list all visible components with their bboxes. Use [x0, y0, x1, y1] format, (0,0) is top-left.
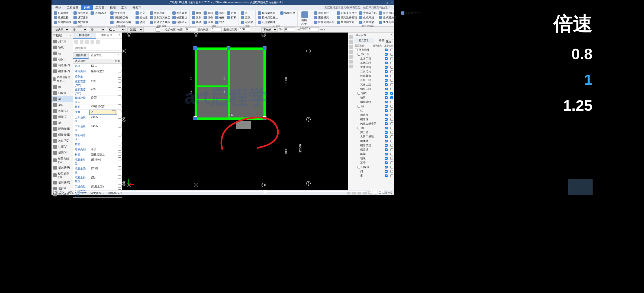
nav-item[interactable]: 砌体柱(Z)	[51, 68, 73, 74]
menu-tool[interactable]: 工具	[118, 5, 130, 10]
member-panel-close-icon[interactable]: ×	[118, 33, 122, 39]
offset-input[interactable]	[239, 27, 250, 32]
property-row[interactable]: 混凝土外加剂(无)	[73, 175, 122, 184]
drawing-canvas[interactable]: 12 13 14 12 13 14 D C B D C B	[122, 33, 348, 190]
ribbon-item[interactable]: CAD识别选项	[110, 20, 131, 24]
menu-model[interactable]: 建模	[81, 5, 93, 10]
handle-br[interactable]	[263, 116, 266, 120]
beam-mid[interactable]	[228, 47, 230, 119]
display-tree-row[interactable]: 外墙工程	[354, 78, 394, 82]
nav-item[interactable]: 现浇板(B)	[51, 126, 73, 132]
nav-item[interactable]: 连梁(G)	[51, 108, 73, 114]
ribbon-item[interactable]: 识别梁	[240, 20, 254, 24]
display-tree-row[interactable]: 柱	[354, 109, 394, 113]
copy-member-icon[interactable]	[80, 40, 83, 44]
length-input[interactable]	[185, 27, 196, 32]
ribbon-item[interactable]: 生成吊筋	[359, 15, 377, 20]
nav-item[interactable]: 约束边缘非阴影...	[51, 74, 73, 84]
ribbon-item[interactable]: 拾取构件	[53, 11, 72, 15]
nav-item[interactable]: 柱	[51, 50, 73, 56]
property-row[interactable]: 上部通长筋2Φ25	[73, 115, 122, 124]
display-tree-row[interactable]: 土方工程	[354, 56, 394, 61]
nav-item[interactable]: 板加腋(B)	[51, 180, 73, 186]
property-row[interactable]: 混凝土强度...(C30)	[73, 166, 122, 175]
display-tree-row[interactable]: 砌体柱	[354, 117, 394, 122]
ribbon-item[interactable]: 偏移	[215, 15, 225, 20]
ribbon-item[interactable]: 云检查	[135, 15, 148, 20]
ribbon-item[interactable]: 批量选择	[53, 15, 72, 20]
prop-close-icon[interactable]: ×	[115, 53, 122, 59]
nav-close-icon[interactable]: ×	[70, 33, 71, 37]
picture-in-picture[interactable]	[568, 179, 593, 195]
display-tree-row[interactable]: 剪力墙	[354, 130, 394, 135]
display-tree-row[interactable]: 人防门框墙	[354, 135, 394, 139]
ribbon-item[interactable]: 识别梁构件	[257, 20, 279, 24]
property-table[interactable]: 名称KL-1结构类别楼层框架梁跨数量截面宽度(mm)200截面高度(mm)400…	[73, 64, 122, 198]
nav-item[interactable]: 板受力筋(S)	[51, 156, 73, 165]
nav-item[interactable]: 构造柱(Z)	[51, 62, 73, 68]
reverse-length-input[interactable]	[211, 27, 222, 32]
undo-icon[interactable]	[63, 1, 67, 4]
ribbon-item[interactable]: 设置比例	[73, 15, 89, 20]
property-row[interactable]: 轴线距梁左...(100)	[73, 95, 122, 104]
ribbon-item[interactable]: 还原CAD	[90, 11, 106, 15]
display-tree-row[interactable]: 构造柱	[354, 113, 394, 117]
member-select[interactable]: KL-1	[107, 27, 126, 32]
property-row[interactable]: 跨数量	[73, 74, 122, 79]
display-close-icon[interactable]: ×	[391, 33, 392, 37]
view-tool-icon[interactable]	[349, 65, 353, 68]
display-tree-row[interactable]: 墙	[354, 126, 394, 130]
ribbon-item[interactable]: 生成高强节...	[378, 20, 399, 24]
member-search-input[interactable]	[74, 46, 121, 50]
handle-bl[interactable]	[194, 116, 197, 120]
menu-cloud[interactable]: 云应用	[130, 5, 144, 10]
ribbon-item[interactable]: 梁跨数据复制	[336, 15, 358, 20]
nav-item[interactable]: 板负筋(F)	[51, 165, 73, 171]
display-tree-row[interactable]: 砌体加筋	[354, 143, 394, 148]
ribbon-item[interactable]: 移动	[191, 20, 202, 24]
maximize-icon[interactable]: □	[386, 1, 388, 4]
display-tree-row[interactable]: 保温墙	[354, 148, 394, 152]
ribbon-item[interactable]: 查找图元	[73, 11, 89, 15]
tab-element-display[interactable]: 图元显示	[354, 38, 374, 43]
ribbon-item[interactable]: 原位标注	[314, 11, 335, 15]
ribbon-item[interactable]: 刷新支座尺寸	[336, 11, 358, 15]
nav-item[interactable]: 坡道(PD)	[51, 138, 73, 144]
ribbon-item[interactable]: 定义	[135, 11, 148, 15]
nav-item[interactable]: 螺旋板(B)	[51, 132, 73, 138]
property-row[interactable]: 箍筋Φ8@100(2)	[73, 104, 122, 110]
nav-item[interactable]: 墙	[51, 84, 73, 90]
ribbon-item[interactable]: 设置拱梁	[359, 20, 377, 24]
property-row[interactable]: 材质预拌混凝土	[73, 152, 122, 157]
ribbon-item[interactable]: 旋转	[203, 11, 214, 15]
ribbon-item[interactable]: 删除	[191, 11, 202, 15]
property-row[interactable]: 结构类别楼层框架梁	[73, 69, 122, 74]
display-tree-row[interactable]: 暗梁	[354, 152, 394, 156]
property-row[interactable]: 定额类别单梁	[73, 147, 122, 152]
property-row[interactable]: 截面宽度(mm)200	[73, 79, 122, 87]
display-tree-row[interactable]: 柱	[354, 104, 394, 109]
property-row[interactable]: 截面高度(mm)400	[73, 87, 122, 95]
nav-item[interactable]: 板洞(N)	[51, 150, 73, 156]
ribbon-item[interactable]: 编辑支座	[280, 11, 296, 15]
add-length-check[interactable]	[152, 27, 163, 32]
display-tree-row[interactable]: 幕墙	[354, 161, 394, 165]
property-row[interactable]: 肢数2 ...	[73, 110, 122, 115]
nav-item[interactable]: 轴线	[51, 44, 73, 50]
ribbon-item[interactable]: 长度标注	[172, 15, 188, 20]
ribbon-item[interactable]: 生成架立筋	[359, 11, 377, 15]
ribbon-item[interactable]: 锁定	[135, 20, 148, 24]
ribbon-item[interactable]: 设置比例	[110, 11, 131, 15]
ribbon-item[interactable]: 按属性选择	[53, 20, 72, 24]
tab-property-list[interactable]: 属性列表	[73, 53, 89, 59]
ribbon-item[interactable]: 校核梁图元	[257, 11, 279, 15]
tab-layer-mgmt[interactable]: 图层管理	[89, 53, 104, 59]
ribbon-item[interactable]: 复制到其它层	[149, 15, 171, 20]
floor-select[interactable]: 机房层	[53, 27, 69, 32]
ribbon-item[interactable]: 对齐	[215, 20, 225, 24]
layer-select[interactable]: 分层1	[127, 27, 144, 32]
handle-tl[interactable]	[194, 46, 197, 50]
display-tree-row[interactable]: 门窗洞	[354, 165, 394, 169]
property-row[interactable]: 混凝土类型(预拌砼)	[73, 157, 122, 166]
nav-item[interactable]: 梁(L)	[51, 102, 73, 108]
